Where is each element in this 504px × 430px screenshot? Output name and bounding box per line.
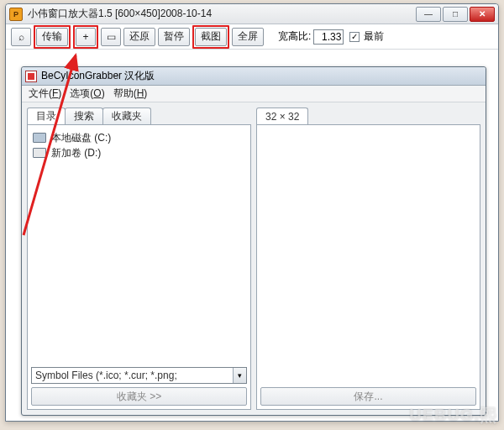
icongrabber-window: BeCyIconGrabber 汉化版 文件(F) 选项(O) 帮助(H) 目录… [21, 66, 486, 416]
menu-file[interactable]: 文件(F) [25, 87, 65, 101]
zoom-icon-button[interactable]: ⌕ [11, 28, 31, 46]
right-pane: 32 × 32 保存... [256, 108, 480, 410]
close-button[interactable]: ✕ [470, 7, 495, 22]
restore-button[interactable]: 还原 [123, 28, 155, 46]
drive-tree: 本地磁盘 (C:) 新加卷 (D:) [28, 125, 250, 165]
topmost-checkbox[interactable]: ✓ [349, 32, 360, 42]
inner-window-title: BeCyIconGrabber 汉化版 [41, 69, 155, 83]
favorites-button[interactable]: 收藏夹 >> [31, 387, 247, 406]
menu-options[interactable]: 选项(O) [66, 87, 108, 101]
crop-button[interactable]: ▭ [101, 28, 121, 46]
drive-icon [33, 133, 46, 143]
ratio-input[interactable] [313, 29, 344, 45]
tab-search[interactable]: 搜索 [65, 108, 103, 124]
pause-button[interactable]: 暂停 [158, 28, 190, 46]
chevron-down-icon[interactable]: ▾ [233, 368, 246, 383]
tab-favorites[interactable]: 收藏夹 [102, 108, 151, 124]
preview-panel: 保存... [256, 124, 480, 410]
maximize-button[interactable]: □ [443, 7, 468, 22]
app-icon: P [9, 8, 23, 21]
plus-button[interactable]: + [76, 28, 96, 46]
highlight-plus: + [73, 25, 98, 49]
filetype-text: Symbol Files (*.ico; *.cur; *.png; [32, 370, 233, 381]
directory-panel: 本地磁盘 (C:) 新加卷 (D:) Symbol Files (*.ico; … [27, 124, 251, 410]
magnifier-window: P 小伟窗口放大器1.5 [600×450]2008-10-14 — □ ✕ ⌕… [5, 3, 499, 422]
ratio-label: 宽高比: [278, 29, 311, 44]
tab-size-32[interactable]: 32 × 32 [256, 108, 308, 124]
tab-directory[interactable]: 目录 [27, 108, 66, 124]
minimize-button[interactable]: — [416, 7, 441, 22]
menubar: 文件(F) 选项(O) 帮助(H) [22, 86, 486, 102]
left-pane: 目录 搜索 收藏夹 本地磁盘 (C:) 新加卷 (D:) Symbol File… [27, 108, 251, 410]
save-button[interactable]: 保存... [260, 387, 476, 406]
inner-app-icon [25, 71, 37, 82]
tree-item-c[interactable]: 本地磁盘 (C:) [33, 130, 245, 145]
titlebar[interactable]: P 小伟窗口放大器1.5 [600×450]2008-10-14 — □ ✕ [6, 4, 498, 24]
highlight-transfer: 传输 [34, 25, 71, 49]
menu-help[interactable]: 帮助(H) [110, 87, 151, 101]
drive-icon [33, 148, 46, 158]
inner-titlebar[interactable]: BeCyIconGrabber 汉化版 [22, 67, 486, 86]
transfer-button[interactable]: 传输 [36, 28, 68, 46]
watermark: UEBUG.熙 [409, 404, 497, 427]
screenshot-button[interactable]: 截图 [195, 28, 227, 46]
toolbar: ⌕ 传输 + ▭ 还原 暂停 截图 全屏 宽高比: ✓ 最前 [6, 24, 498, 50]
tree-item-d[interactable]: 新加卷 (D:) [33, 145, 245, 160]
filetype-combo[interactable]: Symbol Files (*.ico; *.cur; *.png; ▾ [31, 367, 247, 384]
highlight-screenshot: 截图 [192, 25, 229, 49]
window-title: 小伟窗口放大器1.5 [600×450]2008-10-14 [28, 7, 416, 21]
fullscreen-button[interactable]: 全屏 [232, 28, 264, 46]
topmost-label: 最前 [364, 29, 384, 44]
